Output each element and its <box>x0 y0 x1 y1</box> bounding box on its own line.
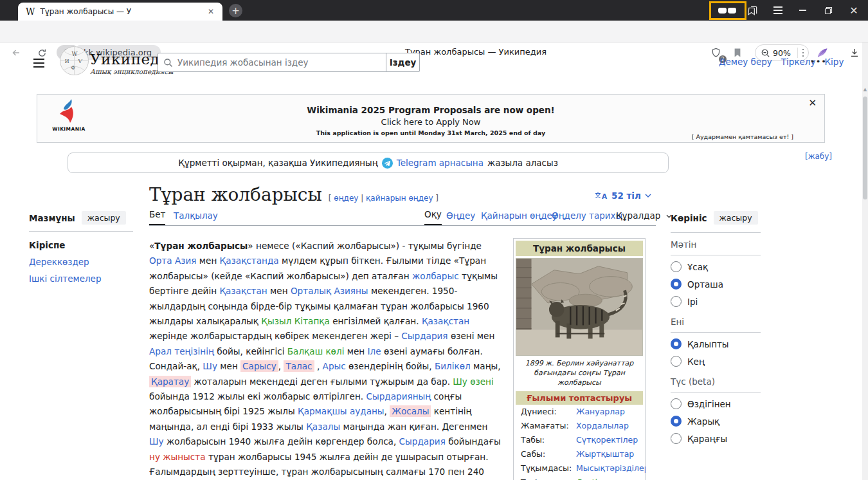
telegram-text-before: Құрметті оқырман, қазақша Уикипедияның <box>178 158 378 168</box>
tab-edit[interactable]: Өңдеу <box>446 210 475 225</box>
wikilink[interactable]: Орта Азия <box>149 255 196 266</box>
wikimania-banner[interactable]: WIKIMANIA Wikimania 2025 Program Proposa… <box>37 94 825 143</box>
search-button[interactable]: Іздеу <box>386 53 420 72</box>
tab-close-icon[interactable]: ✕ <box>204 5 217 18</box>
radio-option[interactable]: Өздігінен <box>671 395 761 412</box>
window-close-icon[interactable]: ✕ <box>841 0 867 21</box>
taxonomy-value-link[interactable]: Жануарлар <box>576 407 625 417</box>
wikilink[interactable]: Сырдария <box>399 436 446 447</box>
tab-edit-source[interactable]: Қайнарын өңдеу <box>481 210 557 225</box>
radio-option[interactable]: Ірі <box>671 293 761 310</box>
radio-button[interactable] <box>671 416 682 427</box>
wikilink[interactable]: Балқаш көлі <box>287 346 345 356</box>
tab-talk[interactable]: Талқылау <box>174 210 218 225</box>
wikilink[interactable]: жолбарыс <box>412 271 459 281</box>
banner-apply-link[interactable]: Click here to Apply Now <box>37 117 824 127</box>
downloads-icon[interactable] <box>846 44 863 61</box>
menu-icon[interactable] <box>765 0 791 21</box>
wikilink[interactable]: ну жыныста <box>149 452 206 462</box>
radio-option[interactable]: Ұсақ <box>671 258 761 275</box>
toc-item[interactable]: Дереккөздер <box>29 254 133 270</box>
wikilink[interactable]: Қызыл Кітапқа <box>261 316 329 326</box>
search-input[interactable]: Уикипедия жобасынан іздеу <box>158 53 386 72</box>
login-link[interactable]: Кіру <box>824 57 844 67</box>
wikilink[interactable]: Арыс <box>323 361 346 371</box>
wikilink[interactable]: Қаратау <box>149 376 191 387</box>
radio-option[interactable]: Жарық <box>671 412 761 430</box>
text: бойындағы <box>446 436 501 447</box>
wikilink[interactable]: Жосалы <box>390 405 431 417</box>
taxonomy-value-link[interactable]: Жыртқыштар <box>576 449 634 459</box>
wikilink[interactable]: Қазалы <box>306 421 340 432</box>
wikilink[interactable]: Қармақшы ауданы <box>298 406 384 416</box>
wikilink[interactable]: Арал теңізінің <box>149 346 214 356</box>
wikilink[interactable]: Қазақстан <box>422 316 469 326</box>
radio-button[interactable] <box>671 398 682 409</box>
wikilink[interactable]: Шу <box>203 361 217 371</box>
taxonomy-value-link[interactable]: Мысықтәрізділер <box>576 463 646 474</box>
wikilink[interactable]: Орталық Азияны <box>291 286 368 296</box>
donate-link[interactable]: Демеу беру <box>719 57 772 67</box>
language-selector[interactable]: A 52 тіл <box>595 190 651 201</box>
bracket: [ <box>329 194 332 203</box>
divider <box>671 392 761 392</box>
banner-close-icon[interactable]: ✕ <box>806 96 819 110</box>
wikilink[interactable]: Сырдарияның <box>366 391 431 402</box>
header-more-icon[interactable]: ••• <box>810 57 827 66</box>
radio-button[interactable] <box>671 296 682 307</box>
tab-read[interactable]: Оқу <box>424 209 442 225</box>
scrollbar-up-arrow[interactable]: ▲ <box>862 86 868 93</box>
toc-item[interactable]: Ішкі сілтемелер <box>29 270 133 287</box>
wikilink[interactable]: Билікөл <box>435 361 471 371</box>
banner-translate-link[interactable]: [ Аудармамен қамтамасыз ет! ] <box>692 133 793 140</box>
radio-option[interactable]: Қараңғы <box>671 430 761 447</box>
toc-header: Мазмұны <box>29 213 75 223</box>
scrollbar-thumb[interactable] <box>863 97 867 199</box>
tiger-photo[interactable] <box>516 258 643 356</box>
back-icon[interactable] <box>8 44 24 61</box>
tab-group-icon[interactable] <box>739 0 765 21</box>
wikilink[interactable]: Сырдария <box>401 331 448 341</box>
edit-link[interactable]: өңдеу <box>334 194 358 203</box>
browser-tab[interactable]: W Тұран жолбарысы — У ✕ <box>18 3 222 21</box>
wikilink[interactable]: Шу <box>149 436 164 447</box>
wikilink[interactable]: Талас <box>284 360 314 372</box>
restore-icon[interactable] <box>815 0 841 21</box>
radio-button[interactable] <box>671 261 682 272</box>
wikilink[interactable]: Қазақстанда <box>220 255 279 266</box>
taxonomy-value-link[interactable]: Сүтқоректілер <box>576 435 638 445</box>
appearance-hide-button[interactable]: жасыру <box>714 211 758 225</box>
radio-option[interactable]: Қалыпты <box>671 335 761 353</box>
radio-option[interactable]: Орташа <box>671 275 761 293</box>
tab-tools[interactable]: Құралдар <box>616 210 672 225</box>
radio-button[interactable] <box>671 338 682 349</box>
search-placeholder: Уикипедия жобасынан іздеу <box>177 57 308 68</box>
page-scrollbar[interactable]: ▲ <box>862 42 868 480</box>
wikipedia-logo[interactable]: W И Ѵ Ф <box>59 46 89 76</box>
wikilink[interactable]: Іле <box>368 346 381 356</box>
appearance-section: МәтінҰсақОрташаІрі <box>671 239 761 310</box>
wikilink[interactable]: Қазақстан <box>219 286 267 296</box>
new-tab-button[interactable]: + <box>229 4 242 17</box>
telegram-channel-link[interactable]: Telegram арнасына <box>397 158 484 168</box>
text: жерінде жолбарыстардың көбірек мекендеге… <box>149 331 401 341</box>
tab-history[interactable]: Өңделу тарихы <box>552 210 622 225</box>
radio-button[interactable] <box>671 356 682 367</box>
radio-option[interactable]: Кең <box>671 353 761 370</box>
wikilink[interactable]: Сарысу <box>240 360 278 372</box>
toc-item[interactable]: Кіріспе <box>29 237 133 254</box>
taxonomy-value-link[interactable]: Хордалылар <box>576 421 629 431</box>
toc-hide-button[interactable]: жасыру <box>82 211 126 225</box>
telegram-close-link[interactable]: [жабу] <box>805 152 832 161</box>
taxonomy-label: Табы: <box>521 435 576 445</box>
minimize-icon[interactable] <box>790 0 815 21</box>
inprivate-glasses-icon[interactable] <box>714 0 740 21</box>
taxonomy-value-link[interactable]: Panthera <box>576 477 612 480</box>
edit-source-link[interactable]: қайнарын өңдеу <box>366 194 433 203</box>
radio-button[interactable] <box>671 433 682 444</box>
radio-button[interactable] <box>671 279 682 290</box>
tab-page[interactable]: Бет <box>149 209 165 225</box>
text: енгізілмей қалған. <box>330 316 422 326</box>
wikilink[interactable]: Шу өзені <box>453 376 493 387</box>
main-menu-icon[interactable] <box>31 56 47 70</box>
